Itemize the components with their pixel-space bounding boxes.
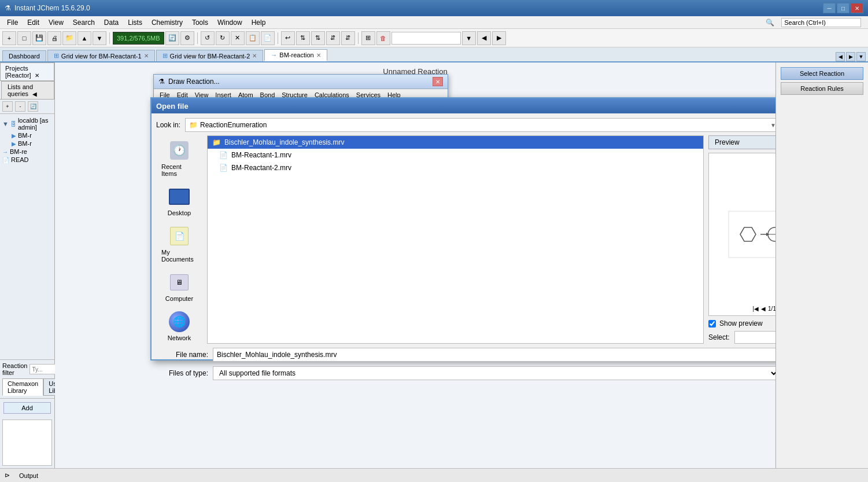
preview-box: |◀ ◀ 1/1 ▶ ▶|	[708, 153, 775, 316]
up-button[interactable]: ▲	[77, 31, 91, 45]
tab-reactant1-label: Grid view for BM-Reactant-1	[61, 53, 142, 60]
right-panel: Select Reaction Reaction Rules	[775, 62, 868, 468]
file-item-reactant2[interactable]: 📄 BM-Reactant-2.mrv	[208, 161, 703, 174]
tab-nav-left[interactable]: ◀	[836, 52, 845, 61]
copy-button[interactable]: 📋	[246, 31, 260, 45]
search-field[interactable]	[391, 32, 461, 45]
table-button[interactable]: ⊞	[361, 31, 375, 45]
lists-tab[interactable]: Lists and queries ◀	[1, 81, 54, 99]
open-button[interactable]: □	[17, 31, 31, 45]
sync-button[interactable]: ↩	[281, 31, 295, 45]
tab-grid-reactant2[interactable]: ⊞ Grid view for BM-Reactant-2 ✕	[156, 50, 264, 61]
menu-edit[interactable]: Edit	[23, 17, 44, 28]
menu-file[interactable]: File	[2, 17, 23, 28]
file-item-reactant1[interactable]: 📄 BM-Reactant-1.mrv	[208, 149, 703, 161]
path-text: ReactionEnumeration	[200, 121, 768, 129]
cut-button[interactable]: ✕	[231, 31, 245, 45]
tree-refresh-btn[interactable]: 🔄	[28, 101, 38, 112]
tree-item-bmre[interactable]: → BM-re	[2, 148, 52, 156]
search-placeholder[interactable]: Search (Ctrl+I)	[781, 18, 861, 27]
menu-chemistry[interactable]: Chemistry	[147, 17, 187, 28]
filename-input[interactable]	[213, 348, 775, 362]
back-button[interactable]: ◀	[477, 31, 491, 45]
tree-expand-btn[interactable]: +	[2, 101, 13, 112]
tree-collapse-btn[interactable]: -	[15, 101, 25, 112]
tab-reactant2-close[interactable]: ✕	[252, 53, 257, 59]
menu-tools[interactable]: Tools	[187, 17, 213, 28]
maximize-button[interactable]: □	[837, 3, 849, 13]
grid-icon-1: ⊞	[54, 52, 59, 60]
config-button[interactable]: ⚙	[180, 31, 194, 45]
nav-computer[interactable]: 🖥 Computer	[159, 270, 200, 304]
tab-bm-reaction[interactable]: → BM-reaction ✕	[264, 49, 327, 61]
tab-nav-right[interactable]: ▶	[846, 52, 855, 61]
tab-nav-list[interactable]: ▼	[856, 52, 866, 61]
left-panel: Projects [Reactor] ✕ Lists and queries ◀…	[0, 62, 55, 468]
file-name-reactant1: BM-Reactant-1.mrv	[231, 151, 291, 159]
nav-recent-items[interactable]: 🕐 Recent Items	[159, 138, 200, 179]
down-button[interactable]: ▼	[93, 31, 106, 45]
tab-bm-reaction-close[interactable]: ✕	[316, 52, 321, 58]
chemaxon-library-tab[interactable]: Chemaxon Library	[2, 378, 43, 396]
tab-dashboard[interactable]: Dashboard	[2, 50, 46, 61]
projects-tab-close[interactable]: ✕	[35, 72, 39, 79]
minimize-button[interactable]: ─	[823, 3, 836, 13]
menu-help[interactable]: Help	[247, 17, 271, 28]
save-button[interactable]: 💾	[32, 31, 46, 45]
paste-button[interactable]: 📄	[261, 31, 275, 45]
draw-reaction-titlebar: ⚗ Draw Reaction... ✕	[154, 75, 448, 89]
menu-search[interactable]: Search	[68, 17, 99, 28]
look-in-path[interactable]: 📁 ReactionEnumeration ▼	[185, 118, 775, 132]
close-button[interactable]: ✕	[851, 3, 863, 13]
select-row: Select: ⓘ	[708, 331, 775, 344]
nav-desktop[interactable]: Desktop	[159, 184, 200, 219]
refresh-button[interactable]: 🔄	[165, 31, 179, 45]
tree-item-localdb[interactable]: ▼ 🗄 localdb [as admin]	[2, 116, 52, 131]
add-button[interactable]: Add	[3, 402, 51, 414]
preview-prev-btn[interactable]: ◀	[761, 306, 766, 312]
menu-lists[interactable]: Lists	[123, 17, 147, 28]
delete-button[interactable]: 🗑	[376, 31, 390, 45]
filter2-button[interactable]: ⇵	[341, 31, 355, 45]
sort-asc-button[interactable]: ⇅	[296, 31, 310, 45]
content-inner: Unnamed Reaction Select a reaction from …	[55, 62, 775, 468]
menu-view[interactable]: View	[44, 17, 68, 28]
filter-button[interactable]: ⇵	[326, 31, 340, 45]
lists-collapse[interactable]: ◀	[32, 91, 37, 97]
tree-item-read[interactable]: 📄 READ	[2, 156, 52, 164]
tab-grid-reactant1[interactable]: ⊞ Grid view for BM-Reactant-1 ✕	[47, 50, 155, 61]
menu-window[interactable]: Window	[213, 17, 247, 28]
print-button[interactable]: 🖨	[47, 31, 61, 45]
tab-bm-reaction-label: BM-reaction	[279, 51, 313, 58]
search-go-button[interactable]: ▼	[462, 31, 476, 45]
nav-my-documents[interactable]: 📄 My Documents	[159, 223, 200, 265]
forward-button[interactable]: ▶	[492, 31, 506, 45]
menu-bar: File Edit View Search Data Lists Chemist…	[0, 16, 868, 29]
path-dropdown-arrow[interactable]: ▼	[770, 122, 775, 128]
tree-item-bm2[interactable]: ▶ BM-r	[2, 139, 52, 148]
file-item-synthesis[interactable]: 📁 Bischler_Mohlau_indole_synthesis.mrv	[208, 136, 703, 149]
sort-desc-button[interactable]: ⇅	[311, 31, 325, 45]
select-reaction-button[interactable]: Select Reaction	[781, 67, 863, 80]
nav-network[interactable]: 🌐 Network	[159, 309, 200, 344]
draw-reaction-close[interactable]: ✕	[433, 77, 443, 86]
redo-button[interactable]: ↻	[216, 31, 230, 45]
filetype-select[interactable]: All supported file formats	[213, 366, 775, 380]
show-preview-checkbox[interactable]	[708, 320, 716, 328]
menu-data[interactable]: Data	[99, 17, 123, 28]
select-input[interactable]	[734, 331, 775, 344]
look-in-row: Look in: 📁 ReactionEnumeration ▼ ⬆📁 📁+ ☰	[156, 118, 775, 132]
recent-items-icon: 🕐	[168, 140, 191, 161]
projects-tab[interactable]: Projects [Reactor] ✕	[0, 62, 54, 80]
title-bar: ⚗ Instant JChem 15.6.29.0 ─ □ ✕	[0, 0, 868, 16]
new-button[interactable]: +	[2, 31, 16, 45]
tab-reactant1-close[interactable]: ✕	[144, 53, 149, 59]
filetype-row: Files of type: All supported file format…	[156, 366, 775, 381]
preview-first-btn[interactable]: |◀	[752, 306, 759, 312]
undo-button[interactable]: ↺	[201, 31, 215, 45]
search-icon: 🔍	[761, 17, 779, 28]
reaction-rules-button[interactable]: Reaction Rules	[781, 82, 863, 95]
mydocs-icon-img: 📄	[170, 227, 189, 245]
folder-button[interactable]: 📁	[62, 31, 76, 45]
tree-item-bm1[interactable]: ▶ BM-r	[2, 131, 52, 139]
